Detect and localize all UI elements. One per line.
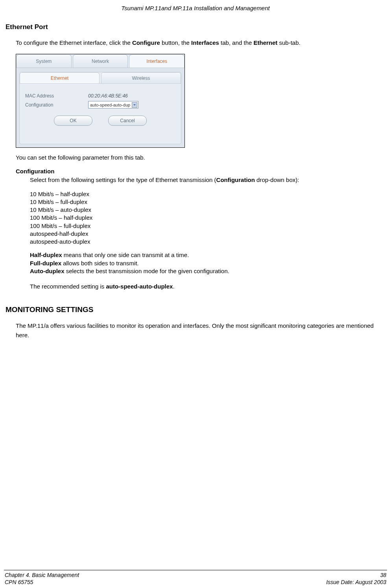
list-item: 100 Mbit/s – half-duplex (30, 214, 385, 222)
ui-screenshot-panel: System Network Interfaces Ethernet Wirel… (16, 54, 185, 148)
tab-label: Interfaces (146, 59, 167, 64)
config-body: Select from the following settings for t… (30, 175, 385, 185)
footer-chapter: Chapter 4. Basic Management (5, 571, 79, 579)
text-bold: Interfaces (191, 39, 219, 46)
form-area: MAC Address 00:20:A6:4B:5E:46 Configurat… (20, 84, 181, 144)
footer-cpn: CPN 65755 (5, 579, 79, 586)
text-bold: Full-duplex (30, 260, 61, 266)
list-item: 10 Mbit/s – auto-duplex (30, 206, 385, 214)
list-item: 100 Mbit/s – full-duplex (30, 222, 385, 230)
config-select[interactable]: auto-speed-auto-dup (88, 101, 138, 108)
text-bold: Configuration (216, 176, 255, 183)
footer-issue-date: Issue Date: August 2003 (326, 579, 386, 586)
button-row: OK Cancel (25, 116, 175, 126)
chevron-down-icon (132, 102, 137, 108)
footer-left: Chapter 4. Basic Management CPN 65755 (5, 571, 79, 586)
sub-panel: Ethernet Wireless MAC Address 00:20:A6:4… (19, 72, 181, 144)
text: drop-down box): (255, 176, 299, 183)
heading-monitoring-settings: MONITORING SETTINGS (6, 305, 385, 314)
ok-button[interactable]: OK (54, 116, 92, 126)
list-item: autospeed-half-duplex (30, 230, 385, 238)
value-mac: 00:20:A6:4B:5E:46 (88, 93, 128, 99)
label-config: Configuration (25, 102, 88, 108)
subtab-wireless[interactable]: Wireless (101, 72, 181, 83)
intro-paragraph: To configure the Ethernet interface, cli… (16, 38, 385, 48)
text: sub-tab. (277, 39, 300, 46)
config-subhead: Configuration (16, 168, 385, 175)
text: tab, and the (219, 39, 254, 46)
tab-network[interactable]: Network (73, 54, 128, 68)
text: . (173, 283, 174, 290)
text-bold: Ethernet (254, 39, 278, 46)
def-auto-duplex: Auto-duplex selects the best transmissio… (30, 267, 385, 275)
tab-label: Network (92, 59, 109, 64)
text-bold: auto-speed-auto-duplex (106, 283, 173, 290)
text: The recommended setting is (30, 283, 106, 290)
subtab-label: Wireless (132, 75, 150, 81)
duplex-definitions: Half-duplex means that only one side can… (30, 251, 385, 275)
footer-page-number: 38 (326, 571, 386, 579)
text-bold: Configure (132, 39, 160, 46)
tab-label: System (36, 59, 52, 64)
button-label: Cancel (120, 118, 135, 123)
subtab-label: Ethernet (51, 75, 68, 81)
text: selects the best transmission mode for t… (65, 268, 229, 274)
tab-system[interactable]: System (16, 54, 72, 68)
text: To configure the Ethernet interface, cli… (16, 39, 132, 46)
text: allows both sides to transmit. (61, 260, 139, 266)
running-head: Tsunami MP.11and MP.11a Installation and… (4, 5, 387, 11)
row-config: Configuration auto-speed-auto-dup (25, 101, 175, 108)
list-item: 10 Mbit/s – half-duplex (30, 190, 385, 198)
text: means that only one side can transmit at… (62, 252, 189, 258)
after-shot-text: You can set the following parameter from… (16, 153, 385, 162)
text: Select from the following settings for t… (30, 176, 216, 183)
select-value: auto-speed-auto-dup (90, 103, 130, 107)
button-label: OK (70, 118, 76, 123)
sub-tab-row: Ethernet Wireless (20, 72, 181, 84)
top-tab-row: System Network Interfaces (16, 54, 184, 68)
def-half-duplex: Half-duplex means that only one side can… (30, 251, 385, 259)
footer-rule (4, 570, 387, 570)
duplex-options-list: 10 Mbit/s – half-duplex 10 Mbit/s – full… (30, 190, 385, 246)
list-item: 10 Mbit/s – full-duplex (30, 198, 385, 206)
monitoring-body: The MP.11/a offers various facilities to… (16, 321, 385, 340)
def-full-duplex: Full-duplex allows both sides to transmi… (30, 259, 385, 267)
subtab-ethernet[interactable]: Ethernet (20, 72, 100, 83)
text-bold: Auto-duplex (30, 268, 65, 274)
page-footer: Chapter 4. Basic Management CPN 65755 38… (4, 571, 387, 588)
label-mac: MAC Address (25, 93, 88, 99)
tab-interfaces[interactable]: Interfaces (129, 54, 184, 68)
row-mac: MAC Address 00:20:A6:4B:5E:46 (25, 93, 175, 99)
cancel-button[interactable]: Cancel (108, 116, 147, 126)
text-bold: Half-duplex (30, 252, 62, 258)
recommended-setting: The recommended setting is auto-speed-au… (30, 282, 385, 291)
heading-ethernet-port: Ethernet Port (6, 23, 385, 31)
text: button, the (160, 39, 191, 46)
list-item: autospeed-auto-duplex (30, 238, 385, 246)
footer-right: 38 Issue Date: August 2003 (326, 571, 386, 586)
